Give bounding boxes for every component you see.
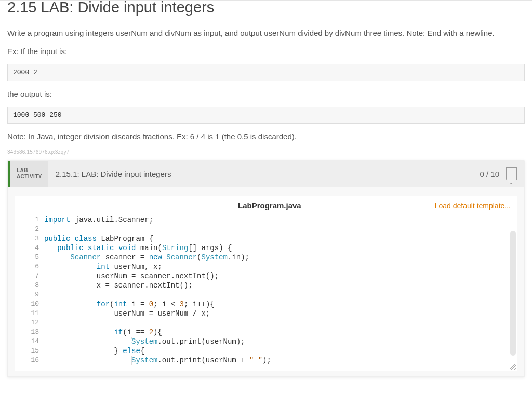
line-number: 8 (28, 281, 42, 290)
filename-label: LabProgram.java (104, 201, 435, 210)
page-title: 2.15 LAB: Divide input integers (7, 0, 525, 16)
code-line[interactable]: int userNum, x; (44, 262, 510, 271)
load-default-template-link[interactable]: Load default template... (435, 202, 511, 210)
line-number: 7 (28, 271, 42, 281)
line-number: 4 (28, 243, 42, 253)
editor-topbar: LabProgram.java Load default template... (15, 196, 517, 215)
lab-activity-card: LAB ACTIVITY 2.15.1: LAB: Divide input i… (7, 160, 525, 377)
activity-score-area: 0 / 10 (480, 161, 524, 187)
line-number: 11 (28, 309, 42, 318)
lab-page: 2.15 LAB: Divide input integers Write a … (0, 1, 532, 384)
code-line[interactable] (44, 290, 510, 299)
line-number: 5 (28, 253, 42, 262)
code-editor[interactable]: 12345678910111213141516 import java.util… (28, 215, 510, 371)
code-line[interactable]: public static void main(String[] args) { (44, 243, 510, 253)
code-line[interactable] (44, 225, 510, 234)
code-line[interactable]: userNum = scanner.nextInt(); (44, 271, 510, 281)
line-number-gutter: 12345678910111213141516 (28, 215, 42, 365)
line-number: 10 (28, 299, 42, 309)
code-lines[interactable]: import java.util.Scanner;public class La… (44, 215, 510, 365)
code-line[interactable]: userNum = userNum / x; (44, 309, 510, 318)
example-output-label: the output is: (7, 88, 525, 99)
line-number: 12 (28, 318, 42, 328)
code-editor-wrap: 12345678910111213141516 import java.util… (15, 215, 517, 371)
line-number: 6 (28, 262, 42, 271)
activity-tag-line1: LAB (17, 167, 42, 174)
line-number: 13 (28, 328, 42, 337)
code-line[interactable]: for(int i = 0; i < 3; i++){ (44, 299, 510, 309)
example-input-box: 2000 2 (7, 64, 525, 81)
code-line[interactable]: } else{ (44, 346, 510, 356)
line-number: 15 (28, 346, 42, 356)
line-number: 3 (28, 234, 42, 243)
code-line[interactable]: if(i == 2){ (44, 328, 510, 337)
example-input-label: Ex: If the input is: (7, 46, 525, 57)
problem-description-1: Write a program using integers userNum a… (7, 28, 525, 38)
badge-icon (506, 167, 517, 180)
line-number: 14 (28, 337, 42, 346)
activity-tag: LAB ACTIVITY (10, 161, 48, 187)
resize-grip-icon[interactable] (510, 364, 516, 370)
code-line[interactable]: import java.util.Scanner; (44, 215, 510, 225)
vertical-scrollbar[interactable] (510, 231, 516, 356)
activity-title: 2.15.1: LAB: Divide input integers (48, 161, 480, 187)
line-number: 2 (28, 225, 42, 234)
code-line[interactable]: System.out.print(userNum); (44, 337, 510, 346)
line-number: 1 (28, 215, 42, 225)
activity-header: LAB ACTIVITY 2.15.1: LAB: Divide input i… (8, 161, 524, 187)
code-line[interactable]: x = scanner.nextInt(); (44, 281, 510, 290)
example-output-box: 1000 500 250 (7, 107, 525, 124)
code-line[interactable]: public class LabProgram { (44, 234, 510, 243)
activity-tag-line2: ACTIVITY (17, 174, 42, 180)
activity-score-text: 0 / 10 (480, 170, 499, 178)
content-id: 343586.1576976.qx3zqy7 (7, 149, 525, 155)
code-line[interactable]: Scanner scanner = new Scanner(System.in)… (44, 253, 510, 262)
line-number: 16 (28, 356, 42, 365)
line-number: 9 (28, 290, 42, 299)
activity-body: LabProgram.java Load default template...… (15, 196, 517, 371)
problem-note: Note: In Java, integer division discards… (7, 131, 525, 142)
code-line[interactable] (44, 318, 510, 328)
code-line[interactable]: System.out.print(userNum + " "); (44, 356, 510, 365)
